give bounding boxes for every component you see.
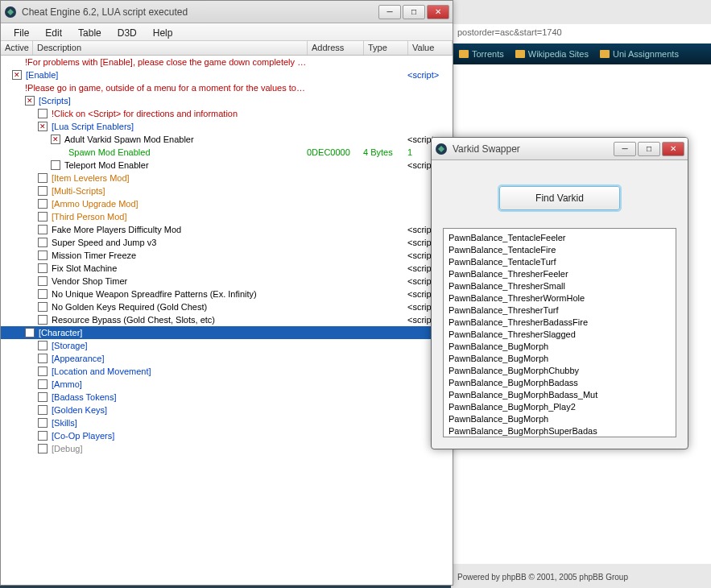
active-checkbox[interactable] xyxy=(38,392,48,402)
find-varkid-button[interactable]: Find Varkid xyxy=(499,186,620,210)
bookmark-item[interactable]: Torrents xyxy=(459,48,504,60)
list-item[interactable]: PawnBalance_BugMorph xyxy=(449,353,671,365)
active-checkbox[interactable] xyxy=(38,276,48,286)
list-item[interactable]: PawnBalance_ThresherTurf xyxy=(449,304,671,317)
list-item[interactable]: PawnBalance_BugMorphChubby xyxy=(449,365,671,377)
col-type[interactable]: Type xyxy=(364,41,408,55)
table-row[interactable]: Teleport Mod Enabler<script> xyxy=(1,159,453,172)
active-checkbox[interactable] xyxy=(38,366,48,376)
active-checkbox[interactable] xyxy=(38,199,48,209)
list-item[interactable]: PawnBalance_TentacleFeeler xyxy=(449,232,671,244)
active-checkbox[interactable] xyxy=(38,238,48,247)
bookmark-item[interactable]: Uni Assignments xyxy=(600,48,679,60)
list-item[interactable]: PawnBalance_BugMorph xyxy=(449,413,671,425)
bookmark-item[interactable]: Wikipedia Sites xyxy=(515,48,589,60)
titlebar[interactable]: Varkid Swapper ─ □ ✕ xyxy=(432,138,688,160)
active-checkbox[interactable] xyxy=(38,173,48,183)
table-row[interactable]: [Multi-Scripts] xyxy=(1,184,453,197)
minimize-button[interactable]: ─ xyxy=(614,142,636,156)
table-row[interactable]: No Golden Keys Required (Gold Chest)<scr… xyxy=(1,300,453,313)
active-checkbox[interactable] xyxy=(38,251,48,260)
active-checkbox[interactable] xyxy=(38,263,48,273)
active-checkbox[interactable] xyxy=(38,431,48,441)
list-item[interactable]: PawnBalance_ThresherSlagged xyxy=(449,329,671,341)
table-row[interactable]: [Location and Movement] xyxy=(1,365,453,378)
table-row[interactable]: !For problems with [Enable], please clos… xyxy=(1,56,453,68)
url-bar[interactable]: postorder=asc&start=1740 xyxy=(451,24,711,43)
close-button[interactable]: ✕ xyxy=(427,5,449,19)
active-checkbox[interactable] xyxy=(51,160,60,170)
menu-table[interactable]: Table xyxy=(70,26,110,38)
list-item[interactable]: PawnBalance_TentacleFire xyxy=(449,244,671,256)
table-row[interactable]: Vendor Shop Timer<script> xyxy=(1,275,453,288)
table-row[interactable]: [Lua Script Enablers] xyxy=(1,120,453,133)
column-headers[interactable]: Active Description Address Type Value xyxy=(1,41,453,56)
list-item[interactable]: PawnBalance_BugMorphBadass xyxy=(449,377,671,389)
col-address[interactable]: Address xyxy=(308,41,364,55)
minimize-button[interactable]: ─ xyxy=(378,5,401,19)
active-checkbox[interactable] xyxy=(38,315,48,325)
close-button[interactable]: ✕ xyxy=(662,142,684,156)
table-row[interactable]: Resource Bypass (Gold Chest, Slots, etc)… xyxy=(1,313,453,326)
active-checkbox[interactable] xyxy=(51,135,60,144)
active-checkbox[interactable] xyxy=(38,444,48,453)
address-list[interactable]: !For problems with [Enable], please clos… xyxy=(1,56,453,585)
active-checkbox[interactable] xyxy=(38,212,48,222)
table-row[interactable]: [Storage] xyxy=(1,339,453,352)
table-row[interactable]: Super Speed and Jump v3<script> xyxy=(1,236,453,249)
table-row[interactable]: Fix Slot Machine<script> xyxy=(1,262,453,275)
active-checkbox[interactable] xyxy=(38,302,48,312)
menu-file[interactable]: File xyxy=(6,26,37,38)
table-row[interactable]: [Co-Op Players] xyxy=(1,429,453,442)
table-row[interactable]: [Ammo Upgrade Mod] xyxy=(1,197,453,210)
active-checkbox[interactable] xyxy=(25,328,35,337)
table-row[interactable]: !Click on <Script> for directions and in… xyxy=(1,107,453,120)
table-row[interactable]: Spawn Mod Enabled0DEC00004 Bytes1 xyxy=(1,146,453,159)
list-item[interactable]: PawnBalance_BugMorph xyxy=(449,341,671,353)
active-checkbox[interactable] xyxy=(38,289,48,299)
list-item[interactable]: PawnBalance_TentacleTurf xyxy=(449,256,671,268)
active-checkbox[interactable] xyxy=(12,70,22,80)
active-checkbox[interactable] xyxy=(38,341,48,350)
col-active[interactable]: Active xyxy=(1,41,33,55)
active-checkbox[interactable] xyxy=(38,405,48,415)
table-row[interactable]: [Third Person Mod] xyxy=(1,210,453,223)
menu-edit[interactable]: Edit xyxy=(37,26,70,38)
menu-d3d[interactable]: D3D xyxy=(110,26,145,38)
table-row[interactable]: [Badass Tokens] xyxy=(1,391,453,404)
table-row[interactable]: [Skills] xyxy=(1,416,453,429)
table-row[interactable]: [Scripts] xyxy=(1,94,453,107)
table-row[interactable]: Mission Timer Freeze<script> xyxy=(1,249,453,262)
table-row[interactable]: Adult Varkid Spawn Mod Enabler<script> xyxy=(1,133,453,146)
active-checkbox[interactable] xyxy=(38,186,48,196)
maximize-button[interactable]: □ xyxy=(638,142,660,156)
col-value[interactable]: Value xyxy=(408,41,453,55)
varkid-listbox[interactable]: PawnBalance_TentacleFeelerPawnBalance_Te… xyxy=(443,228,676,437)
table-row[interactable]: [Item Levelers Mod] xyxy=(1,172,453,184)
list-item[interactable]: PawnBalance_BugMorph_Play2 xyxy=(449,401,671,413)
table-row[interactable]: [Debug] xyxy=(1,442,453,455)
list-item[interactable]: PawnBalance_ThresherFeeler xyxy=(449,268,671,280)
titlebar[interactable]: Cheat Engine 6.2, LUA script executed ─ … xyxy=(1,1,453,23)
table-row[interactable]: Fake More Players Difficulty Mod<script> xyxy=(1,223,453,236)
active-checkbox[interactable] xyxy=(38,225,48,234)
table-row[interactable]: [Enable]<script> xyxy=(1,68,453,81)
table-row[interactable]: [Golden Keys] xyxy=(1,404,453,416)
list-item[interactable]: PawnBalance_BugMorphBadass_Mut xyxy=(449,389,671,401)
maximize-button[interactable]: □ xyxy=(403,5,425,19)
col-description[interactable]: Description xyxy=(33,41,308,55)
active-checkbox[interactable] xyxy=(38,354,48,363)
active-checkbox[interactable] xyxy=(38,122,48,131)
list-item[interactable]: PawnBalance_ThresherWormHole xyxy=(449,292,671,304)
active-checkbox[interactable] xyxy=(38,379,48,389)
active-checkbox[interactable] xyxy=(25,96,35,106)
table-row[interactable]: [Ammo] xyxy=(1,378,453,391)
list-item[interactable]: PawnBalance_ThresherBadassFire xyxy=(449,317,671,329)
table-row[interactable]: [Character] xyxy=(1,326,453,339)
table-row[interactable]: [Appearance] xyxy=(1,352,453,365)
list-item[interactable]: PawnBalance_BugMorphSuperBadas xyxy=(449,425,671,437)
table-row[interactable]: No Unique Weapon Spreadfire Patterns (Ex… xyxy=(1,288,453,300)
active-checkbox[interactable] xyxy=(38,109,48,118)
menu-help[interactable]: Help xyxy=(145,26,181,38)
table-row[interactable]: !Please go in game, outside of a menu fo… xyxy=(1,81,453,94)
